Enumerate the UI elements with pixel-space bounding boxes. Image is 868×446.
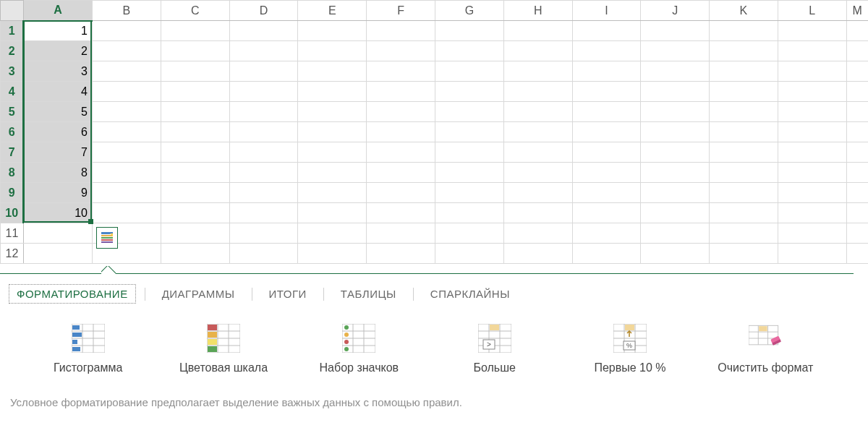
cell-K7[interactable] (710, 142, 778, 163)
cell-M9[interactable] (846, 183, 868, 203)
cell-D2[interactable] (229, 41, 298, 61)
cell-D5[interactable] (229, 102, 298, 122)
cell-J5[interactable] (641, 102, 710, 122)
cell-G12[interactable] (435, 244, 504, 264)
tab-sparklines[interactable]: СПАРКЛАЙНЫ (422, 284, 518, 304)
cell-L1[interactable] (778, 21, 846, 41)
col-header-J[interactable]: J (641, 1, 710, 21)
cell-G4[interactable] (435, 82, 504, 102)
cell-J4[interactable] (641, 82, 710, 102)
cell-K12[interactable] (710, 244, 778, 264)
cell-B10[interactable] (92, 203, 161, 223)
cell-C2[interactable] (161, 41, 229, 61)
col-header-L[interactable]: L (778, 1, 846, 21)
row-header-7[interactable]: 7 (1, 142, 24, 163)
row-header-11[interactable]: 11 (1, 223, 24, 244)
cell-A7[interactable]: 7 (23, 142, 92, 163)
cell-L5[interactable] (778, 102, 846, 122)
cell-C11[interactable] (161, 223, 229, 244)
row-header-9[interactable]: 9 (1, 183, 24, 203)
cell-H12[interactable] (503, 244, 572, 264)
cell-D6[interactable] (229, 122, 298, 142)
cell-E2[interactable] (298, 41, 367, 61)
cell-L12[interactable] (778, 244, 846, 264)
option-clear-format[interactable]: Очистить формат (698, 324, 833, 374)
cell-C1[interactable] (161, 21, 229, 41)
cell-M5[interactable] (846, 102, 868, 122)
cell-C12[interactable] (161, 244, 229, 264)
cell-G10[interactable] (435, 203, 504, 223)
cell-B7[interactable] (92, 142, 161, 163)
cell-J2[interactable] (641, 41, 710, 61)
cell-I8[interactable] (572, 163, 641, 183)
cell-D7[interactable] (229, 142, 298, 163)
cell-H11[interactable] (503, 223, 572, 244)
cell-L3[interactable] (778, 61, 846, 82)
cell-J12[interactable] (641, 244, 710, 264)
cell-H4[interactable] (503, 82, 572, 102)
cell-A4[interactable]: 4 (23, 82, 92, 102)
cell-M7[interactable] (846, 142, 868, 163)
cell-D11[interactable] (229, 223, 298, 244)
tab-totals[interactable]: ИТОГИ (261, 284, 315, 304)
cell-K9[interactable] (710, 183, 778, 203)
cell-A3[interactable]: 3 (23, 61, 92, 82)
cell-B3[interactable] (92, 61, 161, 82)
cell-F12[interactable] (367, 244, 435, 264)
cell-L10[interactable] (778, 203, 846, 223)
cell-A6[interactable]: 6 (23, 122, 92, 142)
cell-K6[interactable] (710, 122, 778, 142)
col-header-G[interactable]: G (435, 1, 504, 21)
cell-M1[interactable] (846, 21, 868, 41)
col-header-B[interactable]: B (92, 1, 161, 21)
cell-E7[interactable] (298, 142, 367, 163)
cell-B1[interactable] (92, 21, 161, 41)
cell-A12[interactable] (23, 244, 92, 264)
option-greater-than[interactable]: > Больше (427, 324, 562, 374)
cell-K11[interactable] (710, 223, 778, 244)
cell-I3[interactable] (572, 61, 641, 82)
option-color-scale[interactable]: Цветовая шкала (156, 324, 291, 374)
col-header-E[interactable]: E (298, 1, 367, 21)
cell-B6[interactable] (92, 122, 161, 142)
cell-M12[interactable] (846, 244, 868, 264)
cell-E11[interactable] (298, 223, 367, 244)
option-data-bars[interactable]: Гистограмма (20, 324, 156, 374)
row-header-4[interactable]: 4 (1, 82, 24, 102)
cell-E1[interactable] (298, 21, 367, 41)
cell-H5[interactable] (503, 102, 572, 122)
cell-E12[interactable] (298, 244, 367, 264)
cell-L8[interactable] (778, 163, 846, 183)
cell-I7[interactable] (572, 142, 641, 163)
cell-F6[interactable] (367, 122, 435, 142)
cell-A10[interactable]: 10 (23, 203, 92, 223)
cell-F9[interactable] (367, 183, 435, 203)
cell-H9[interactable] (503, 183, 572, 203)
cell-A9[interactable]: 9 (23, 183, 92, 203)
cell-H1[interactable] (503, 21, 572, 41)
cell-D3[interactable] (229, 61, 298, 82)
cell-A1[interactable]: 1 (23, 21, 92, 41)
cell-L6[interactable] (778, 122, 846, 142)
cell-G11[interactable] (435, 223, 504, 244)
col-header-D[interactable]: D (229, 1, 298, 21)
cell-E9[interactable] (298, 183, 367, 203)
cell-I5[interactable] (572, 102, 641, 122)
cell-K2[interactable] (710, 41, 778, 61)
cell-C3[interactable] (161, 61, 229, 82)
cell-G7[interactable] (435, 142, 504, 163)
row-header-5[interactable]: 5 (1, 102, 24, 122)
row-header-6[interactable]: 6 (1, 122, 24, 142)
cell-K5[interactable] (710, 102, 778, 122)
cell-A2[interactable]: 2 (23, 41, 92, 61)
cell-M10[interactable] (846, 203, 868, 223)
option-icon-set[interactable]: Набор значков (292, 324, 427, 374)
cell-J3[interactable] (641, 61, 710, 82)
cell-B8[interactable] (92, 163, 161, 183)
cell-M3[interactable] (846, 61, 868, 82)
cell-G9[interactable] (435, 183, 504, 203)
cell-H3[interactable] (503, 61, 572, 82)
tab-formatting[interactable]: ФОРМАТИРОВАНИЕ (9, 284, 136, 304)
cell-C7[interactable] (161, 142, 229, 163)
cell-B9[interactable] (92, 183, 161, 203)
